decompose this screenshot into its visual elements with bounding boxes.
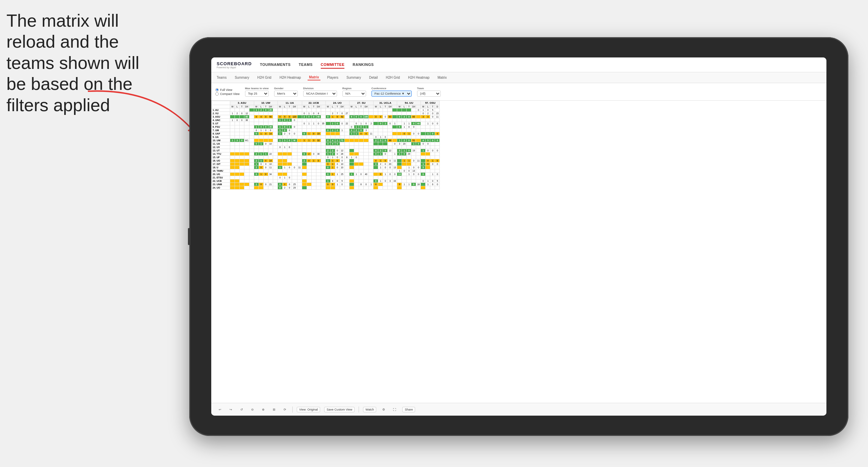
matrix-cell: 2 xyxy=(383,122,388,125)
matrix-cell: 0 xyxy=(287,183,292,186)
nav-rankings[interactable]: RANKINGS xyxy=(353,61,374,69)
matrix-cell: 0 xyxy=(388,166,392,169)
matrix-cell xyxy=(326,132,330,136)
matrix-cell xyxy=(302,146,307,149)
matrix-scroll[interactable]: 3. ASU 10. UW 11. UA 22. UCB 24. UO 27. … xyxy=(211,101,826,403)
fit-btn[interactable]: ⊞ xyxy=(271,407,278,412)
table-row: 5. UT011035100220102020111040100 xyxy=(212,122,440,125)
matrix-cell xyxy=(311,119,316,122)
th-ua: 11. UA xyxy=(278,101,302,105)
matrix-cell xyxy=(230,166,235,169)
matrix-cell xyxy=(249,163,254,166)
matrix-cell xyxy=(402,176,407,179)
matrix-cell xyxy=(297,115,302,119)
matrix-cell xyxy=(397,163,402,166)
sub-nav-matrix[interactable]: Matrix xyxy=(308,75,320,80)
sub-nav-summary2[interactable]: Summary xyxy=(345,75,362,80)
full-view-radio[interactable]: Full View xyxy=(215,88,240,92)
matrix-cell xyxy=(373,186,378,190)
share-btn[interactable]: Share xyxy=(402,407,415,412)
matrix-cell xyxy=(397,122,402,125)
matrix-cell: 12 xyxy=(340,149,344,152)
matrix-cell xyxy=(292,122,297,125)
matrix-cell xyxy=(235,166,240,169)
matrix-cell: 0 xyxy=(426,108,430,112)
nav-tournaments[interactable]: TOURNAMENTS xyxy=(260,61,291,69)
sub-nav-teams[interactable]: Teams xyxy=(215,75,228,80)
matrix-cell xyxy=(340,108,344,112)
matrix-cell xyxy=(340,146,344,149)
nav-teams[interactable]: TEAMS xyxy=(299,61,313,69)
matrix-cell: 0 xyxy=(402,152,407,156)
matrix-cell: 0 xyxy=(407,149,411,152)
nav-committee[interactable]: COMMITTEE xyxy=(321,61,345,69)
matrix-cell: 60 xyxy=(411,115,416,119)
matrix-cell xyxy=(263,156,268,159)
matrix-cell xyxy=(282,173,287,176)
matrix-cell: W1 xyxy=(244,139,249,142)
matrix-cell xyxy=(268,179,273,183)
matrix-cell xyxy=(311,163,316,166)
matrix-cell xyxy=(311,125,316,129)
conference-select[interactable]: Pac-12 Conference ▼ (All) xyxy=(371,91,412,97)
matrix-cell xyxy=(235,169,240,173)
matrix-cell: 29 xyxy=(292,186,297,190)
redo-btn[interactable]: ↪ xyxy=(227,407,234,412)
sub-nav-detail[interactable]: Detail xyxy=(368,75,379,80)
matrix-cell xyxy=(278,173,282,176)
sub-nav-summary[interactable]: Summary xyxy=(233,75,250,80)
matrix-cell xyxy=(230,176,235,179)
matrix-cell xyxy=(392,176,397,179)
undo-btn[interactable]: ↩ xyxy=(217,407,223,412)
sub-nav-matrix2[interactable]: Matrix xyxy=(436,75,448,80)
division-select[interactable]: NCAA Division I NCAA Division II NCAA Di… xyxy=(303,91,337,97)
matrix-cell xyxy=(240,166,244,169)
sub-nav-h2h-grid[interactable]: H2H Grid xyxy=(256,75,273,80)
zoom-out-btn[interactable]: ⊖ xyxy=(249,407,256,412)
matrix-cell: 5 xyxy=(430,108,435,112)
matrix-cell xyxy=(321,173,326,176)
matrix-cell xyxy=(278,122,282,125)
matrix-cell xyxy=(235,129,240,132)
compact-view-radio[interactable]: Compact View xyxy=(215,92,240,96)
th-l9: L xyxy=(426,105,430,108)
gender-select[interactable]: Men's Women's xyxy=(274,91,298,97)
settings-btn[interactable]: ⚙ xyxy=(380,407,387,412)
team-select[interactable]: (All) xyxy=(417,91,441,97)
th-w9: W xyxy=(421,105,426,108)
sub-nav-h2h-heatmap[interactable]: H2H Heatmap xyxy=(278,75,302,80)
watch-btn[interactable]: Watch xyxy=(363,407,376,412)
matrix-cell xyxy=(316,179,321,183)
view-original-btn[interactable]: View: Original xyxy=(297,407,320,412)
save-custom-btn[interactable]: Save Custom View xyxy=(324,407,355,412)
region-select[interactable]: N/A East West xyxy=(342,91,366,97)
max-teams-select[interactable]: Top 25 Top 50 All xyxy=(245,91,269,97)
matrix-cell xyxy=(240,125,244,129)
matrix-cell: 0 xyxy=(354,122,359,125)
matrix-cell xyxy=(369,176,373,179)
tablet-device: SCOREBOARD Powered by clippd TOURNAMENTS… xyxy=(189,37,848,436)
matrix-cell: 0 xyxy=(383,136,388,139)
reset-btn[interactable]: ↺ xyxy=(238,407,245,412)
matrix-cell xyxy=(249,166,254,169)
matrix-cell xyxy=(307,119,311,122)
sub-nav-h2h-grid2[interactable]: H2H Grid xyxy=(384,75,401,80)
matrix-cell xyxy=(411,186,416,190)
matrix-cell: 0 xyxy=(435,163,440,166)
matrix-cell: 0 xyxy=(326,173,330,176)
sub-nav-players[interactable]: Players xyxy=(326,75,340,80)
matrix-cell xyxy=(287,152,292,156)
refresh-btn[interactable]: ⟳ xyxy=(282,407,288,412)
fullscreen-btn[interactable]: ⛶ xyxy=(391,407,398,412)
matrix-cell: 0 xyxy=(259,166,263,169)
matrix-cell xyxy=(259,119,263,122)
matrix-cell xyxy=(421,169,426,173)
zoom-in-btn[interactable]: ⊕ xyxy=(260,407,267,412)
matrix-cell: 66 xyxy=(388,139,392,142)
matrix-cell: 0 xyxy=(435,183,440,186)
matrix-cell: 0 xyxy=(359,125,363,129)
matrix-cell xyxy=(402,146,407,149)
matrix-cell: 48 xyxy=(316,115,321,119)
sub-nav-h2h-heatmap2[interactable]: H2H Heatmap xyxy=(407,75,431,80)
matrix-cell xyxy=(292,169,297,173)
